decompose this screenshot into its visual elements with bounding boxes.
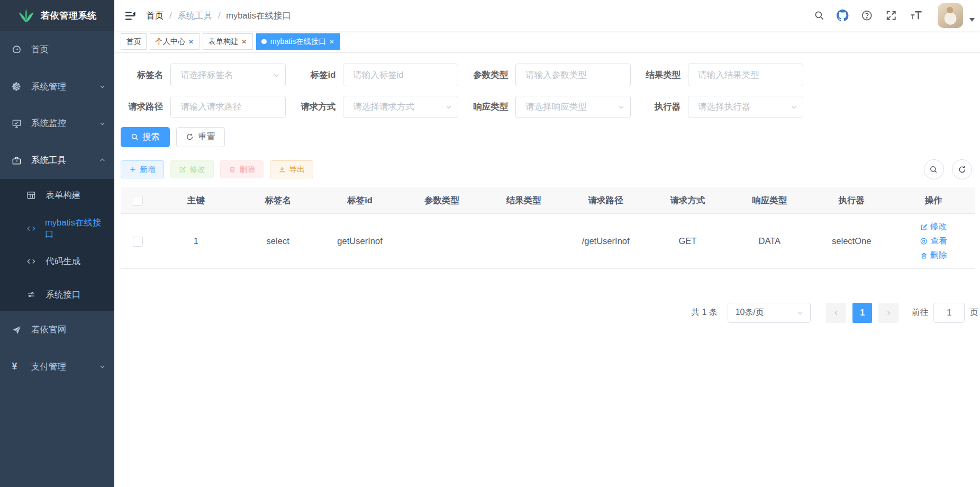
breadcrumb-current: mybatis在线接口 [226,10,291,22]
sidebar-item-code-generation[interactable]: 代码生成 [0,245,114,278]
paper-plane-icon [12,325,22,335]
col-header-request-method: 请求方式 [647,187,729,214]
refresh-table-button[interactable] [952,159,972,179]
sidebar-toggle-button[interactable] [114,0,146,31]
tag-id-input[interactable] [343,64,458,86]
cell-tag-name: select [237,214,319,269]
sidebar-item-system-tools[interactable]: 系统工具 [0,142,114,179]
select-all-checkbox[interactable] [133,196,143,206]
executor-select[interactable]: 请选择执行器 [688,96,803,119]
search-form: 标签名 请选择标签名 标签id 参数类型 结果类型 请求路径 请求方式 请选择请… [121,64,975,118]
search-button[interactable]: 搜索 [121,127,170,147]
tab-home[interactable]: 首页 [121,33,147,50]
col-header-request-path: 请求路径 [565,187,647,214]
table-row[interactable]: 1 select getUserInof /getUserInof GET DA… [121,214,975,269]
yen-icon: ¥ [12,362,22,372]
chevron-down-icon [618,103,625,111]
search-button-label: 搜索 [142,131,160,143]
sidebar-item-mybatis-online-api[interactable]: mybatis在线接口 [0,212,114,245]
edit-button[interactable]: 修改 [170,160,214,178]
add-button[interactable]: 新增 [121,160,164,178]
avatar[interactable] [938,3,963,28]
col-header-param-type: 参数类型 [401,187,483,214]
code-icon [26,224,36,233]
active-dot [261,39,266,44]
app-logo[interactable]: 若依管理系统 [0,0,114,31]
row-view-link[interactable]: 查看 [920,236,947,247]
field-label-request-method: 请求方式 [293,101,335,113]
field-label-tag-name: 标签名 [121,69,163,81]
row-edit-link[interactable]: 修改 [920,221,947,232]
chevron-down-icon [99,120,106,127]
sidebar-item-label: 系统接口 [46,289,80,301]
sidebar-item-label: 支付管理 [31,361,66,373]
plus-icon [129,166,137,173]
sidebar-item-system-api[interactable]: 系统接口 [0,278,114,312]
download-icon [278,166,286,173]
tab-form-builder[interactable]: 表单构建 [203,33,252,50]
close-icon[interactable] [241,37,247,46]
sidebar-item-form-builder[interactable]: 表单构建 [0,179,114,212]
font-size-icon[interactable] [904,0,929,31]
select-placeholder: 请选择响应类型 [525,101,618,113]
trash-icon [920,252,928,259]
refresh-icon [186,133,194,141]
row-view-label: 查看 [930,236,947,247]
field-label-tag-id: 标签id [293,69,335,81]
edit-button-label: 修改 [189,165,205,175]
page-size-select[interactable]: 10条/页 [728,303,811,323]
field-label-param-type: 参数类型 [466,69,508,81]
logo-plant-icon [17,7,35,24]
sidebar-item-system-manage[interactable]: 系统管理 [0,68,114,105]
close-icon[interactable] [188,37,194,46]
sidebar-menu: 首页 系统管理 [0,31,114,385]
export-button[interactable]: 导出 [270,160,313,178]
pagination-total: 共 1 条 [691,307,718,318]
github-icon[interactable] [830,0,855,31]
chevron-down-icon [99,363,106,370]
header-search-icon[interactable] [807,0,831,31]
app-title: 若依管理系统 [41,10,97,22]
edit-icon [920,223,928,231]
tab-profile[interactable]: 个人中心 [150,33,199,50]
row-checkbox[interactable] [133,237,143,247]
result-type-input[interactable] [688,64,803,86]
tags-view-bar: 首页 个人中心 表单构建 mybatis在线接口 [114,31,980,52]
delete-button[interactable]: 删除 [220,160,264,178]
export-button-label: 导出 [289,165,305,175]
request-path-input[interactable] [170,96,285,119]
sidebar-item-payment-manage[interactable]: ¥ 支付管理 [0,348,114,385]
reset-button[interactable]: 重置 [176,127,225,147]
tab-label: 个人中心 [155,37,185,47]
select-placeholder: 请选择执行器 [698,101,790,113]
page-content: 标签名 请选择标签名 标签id 参数类型 结果类型 请求路径 请求方式 请选择请… [114,52,980,487]
next-page-button[interactable]: › [878,303,899,323]
close-icon[interactable] [329,37,335,46]
field-label-response-type: 响应类型 [466,101,508,113]
prev-page-button[interactable]: ‹ [826,303,846,323]
tag-name-select[interactable]: 请选择标签名 [170,64,285,86]
row-actions: 修改 查看 删除 [893,221,975,261]
breadcrumb-system-tools: 系统工具 [177,10,212,22]
param-type-input[interactable] [515,64,630,86]
sidebar-item-system-monitor[interactable]: 系统监控 [0,105,114,142]
toggle-search-button[interactable] [924,159,944,179]
breadcrumb-home[interactable]: 首页 [146,10,164,22]
tab-mybatis-online-api[interactable]: mybatis在线接口 [256,33,341,50]
cell-primary-key: 1 [155,214,237,269]
page-size-value: 10条/页 [736,307,764,318]
sidebar-item-home[interactable]: 首页 [0,31,114,68]
user-menu[interactable] [938,3,974,28]
sidebar-item-label: 首页 [31,44,49,56]
row-delete-link[interactable]: 删除 [920,250,947,261]
goto-page-input[interactable] [933,303,965,323]
page-number-1[interactable]: 1 [852,303,873,323]
navbar-right-icons [807,0,980,31]
response-type-select[interactable]: 请选择响应类型 [515,96,630,119]
request-method-select[interactable]: 请选择请求方式 [343,96,458,119]
sidebar-item-label: 系统监控 [31,118,66,129]
sidebar-item-label: 系统工具 [31,155,66,166]
sidebar-item-ruoyi-website[interactable]: 若依官网 [0,311,114,348]
fullscreen-icon[interactable] [879,0,904,31]
help-icon[interactable] [855,0,879,31]
